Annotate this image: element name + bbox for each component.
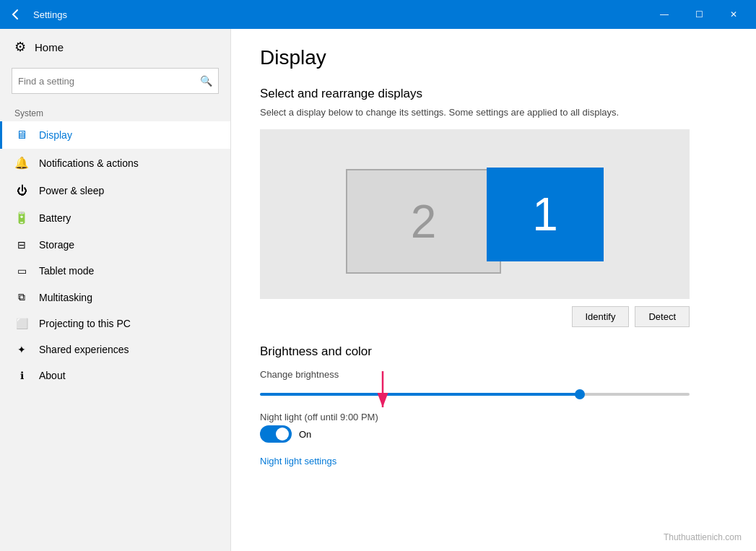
maximize-button[interactable]: ☐	[682, 0, 716, 29]
sidebar-item-about[interactable]: ℹ About	[0, 363, 230, 389]
sidebar-item-label-about: About	[39, 370, 66, 381]
search-icon: 🔍	[200, 75, 212, 87]
projecting-icon: ⬜	[14, 318, 29, 329]
monitor-1[interactable]: 1	[487, 168, 604, 261]
monitor-2[interactable]: 2	[346, 169, 501, 274]
sidebar-item-label-power: Power & sleep	[39, 185, 104, 196]
sidebar-item-battery[interactable]: 🔋 Battery	[0, 204, 230, 232]
sidebar-item-label-multitasking: Multitasking	[39, 292, 92, 303]
home-icon: ⚙	[14, 39, 26, 55]
shared-icon: ✦	[14, 344, 29, 355]
battery-icon: 🔋	[14, 211, 29, 225]
monitor-2-label: 2	[411, 195, 437, 248]
power-icon: ⏻	[14, 184, 29, 196]
identify-button[interactable]: Identify	[572, 306, 630, 327]
night-light-settings-link[interactable]: Night light settings	[260, 456, 336, 467]
storage-icon: ⊟	[14, 239, 29, 251]
search-input[interactable]	[18, 76, 200, 87]
brightness-section-title: Brightness and color	[260, 344, 727, 359]
sidebar-search-box[interactable]: 🔍	[12, 68, 219, 94]
sidebar-item-label-display: Display	[39, 129, 72, 141]
night-light-label: Night light (off until 9:00 PM)	[260, 412, 378, 422]
window-controls: — ☐ ✕	[648, 0, 750, 29]
sidebar-item-shared[interactable]: ✦ Shared experiences	[0, 337, 230, 363]
notifications-icon: 🔔	[14, 156, 29, 170]
sidebar-item-label-storage: Storage	[39, 239, 74, 251]
close-button[interactable]: ✕	[717, 0, 750, 29]
monitor-buttons: Identify Detect	[260, 306, 690, 327]
back-button[interactable]	[6, 4, 26, 25]
sidebar-item-label-notifications: Notifications & actions	[39, 157, 139, 169]
title-bar: Settings — ☐ ✕	[0, 0, 756, 29]
detect-button[interactable]: Detect	[635, 306, 690, 327]
multitasking-icon: ⧉	[14, 291, 29, 303]
sidebar-item-tablet[interactable]: ▭ Tablet mode	[0, 258, 230, 284]
brightness-slider-container	[260, 386, 690, 399]
night-light-toggle[interactable]	[260, 425, 292, 443]
display-icon: 🖥	[14, 129, 29, 142]
sidebar-item-label-shared: Shared experiences	[39, 344, 129, 355]
sidebar-item-power[interactable]: ⏻ Power & sleep	[0, 177, 230, 204]
brightness-slider[interactable]	[260, 393, 690, 396]
select-section-title: Select and rearrange displays	[260, 87, 727, 101]
sidebar-item-storage[interactable]: ⊟ Storage	[0, 232, 230, 258]
sidebar-item-multitasking[interactable]: ⧉ Multitasking	[0, 284, 230, 311]
window-title: Settings	[33, 9, 648, 20]
monitor-1-label: 1	[532, 188, 558, 241]
app-body: ⚙ Home 🔍 System 🖥 Display 🔔 Notification…	[0, 29, 756, 551]
minimize-button[interactable]: —	[648, 0, 681, 29]
sidebar-section-label: System	[0, 103, 230, 121]
content-area: Display Select and rearrange displays Se…	[231, 29, 756, 551]
tablet-icon: ▭	[14, 265, 29, 277]
sidebar-item-notifications[interactable]: 🔔 Notifications & actions	[0, 149, 230, 177]
toggle-thumb	[276, 428, 289, 441]
page-title: Display	[260, 46, 727, 69]
sidebar-item-display[interactable]: 🖥 Display	[0, 121, 230, 149]
home-label: Home	[35, 41, 64, 53]
sidebar-item-label-battery: Battery	[39, 212, 71, 224]
night-light-toggle-text: On	[299, 429, 311, 440]
brightness-label: Change brightness	[260, 369, 727, 380]
about-icon: ℹ	[14, 370, 29, 381]
sidebar-item-label-projecting: Projecting to this PC	[39, 318, 131, 329]
toggle-row: On	[260, 425, 727, 443]
sidebar-item-label-tablet: Tablet mode	[39, 265, 94, 277]
sidebar: ⚙ Home 🔍 System 🖥 Display 🔔 Notification…	[0, 29, 231, 551]
monitor-area: 2 1	[260, 129, 690, 299]
night-light-row: Night light (off until 9:00 PM)	[260, 412, 727, 422]
sidebar-home[interactable]: ⚙ Home	[0, 29, 230, 65]
select-section-desc: Select a display below to change its set…	[260, 107, 727, 118]
sidebar-item-projecting[interactable]: ⬜ Projecting to this PC	[0, 311, 230, 337]
